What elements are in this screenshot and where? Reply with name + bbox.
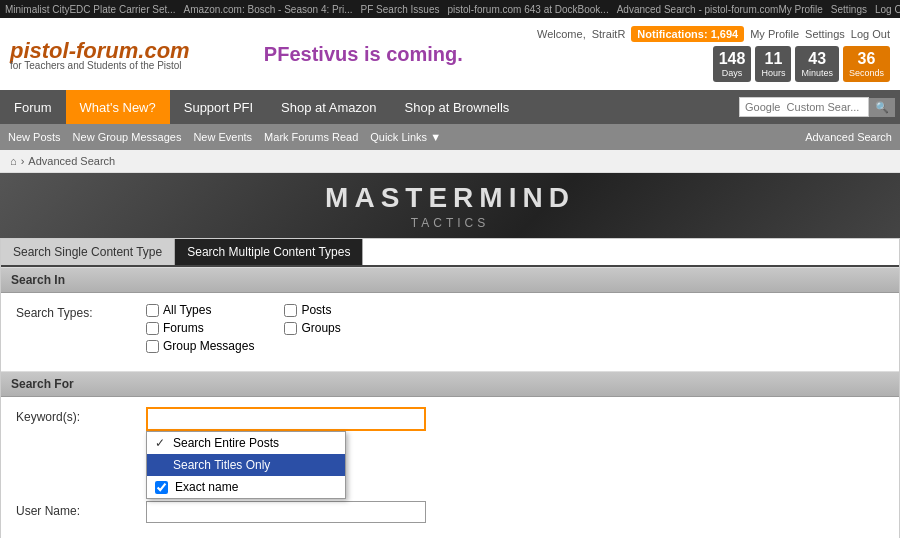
checkbox-posts-input[interactable] [146, 322, 159, 335]
countdown-minutes-label: Minutes [801, 68, 833, 78]
nav-search-button[interactable]: 🔍 [869, 98, 895, 117]
username-input[interactable] [146, 501, 426, 523]
nav-search-input[interactable] [739, 97, 869, 117]
breadcrumb: ⌂ › Advanced Search [0, 150, 900, 173]
search-types-row: Search Types: All Types Forums Group Mes… [16, 303, 884, 353]
checkbox-forums-input[interactable] [284, 304, 297, 317]
topbar-link-1[interactable]: Minimalist CityEDC Plate Carrier Set... [5, 4, 176, 15]
main-nav: Forum What's New? Support PFI Shop at Am… [0, 90, 900, 124]
countdown-hours-num: 11 [761, 50, 785, 68]
welcome-row: Welcome, StraitR Notifications: 1,694 My… [537, 26, 890, 42]
nav-brownells[interactable]: Shop at Brownells [391, 90, 524, 124]
countdown-days-label: Days [719, 68, 746, 78]
checkbox-groups-input[interactable] [284, 322, 297, 335]
countdown-seconds-num: 36 [849, 50, 884, 68]
content-area: Search Single Content Type Search Multip… [0, 238, 900, 538]
keyword-control: ✓ Search Entire Posts Search Titles Only… [146, 407, 884, 431]
checkbox-groups[interactable]: Groups [284, 321, 340, 335]
checkbox-group-messages[interactable]: Group Messages [146, 339, 254, 353]
subnav-new-group-messages[interactable]: New Group Messages [73, 131, 182, 143]
topbar-link-2[interactable]: Amazon.com: Bosch - Season 4: Pri... [184, 4, 353, 15]
banner-sub: TACTICS [325, 216, 575, 230]
keyword-dropdown: ✓ Search Entire Posts Search Titles Only… [146, 431, 346, 499]
countdown-seconds: 36 Seconds [843, 46, 890, 82]
dropdown-exact-name[interactable]: Exact name [147, 476, 345, 498]
dropdown-exact-label: Exact name [175, 480, 238, 494]
notifications-badge[interactable]: Notifications: 1,694 [631, 26, 744, 42]
logo-subtitle: for Teachers and Students of the Pistol [10, 60, 190, 71]
countdown-days: 148 Days [713, 46, 752, 82]
subnav-quick-links[interactable]: Quick Links ▼ [370, 131, 441, 143]
topbar-link-3[interactable]: PF Search Issues [361, 4, 440, 15]
topbar-logout[interactable]: Log Out [875, 4, 900, 15]
search-for-header: Search For [1, 371, 899, 397]
search-in-header: Search In [1, 267, 899, 293]
checkbox-posts[interactable]: Forums [146, 321, 254, 335]
countdown: 148 Days 11 Hours 43 Minutes 36 Seconds [713, 46, 890, 82]
dropdown-exact-checkbox[interactable] [155, 481, 168, 494]
breadcrumb-home-icon[interactable]: ⌂ [10, 155, 17, 167]
checkbox-forums-label: Posts [301, 303, 331, 317]
checkbox-groups-label: Groups [301, 321, 340, 335]
nav-whats-new[interactable]: What's New? [66, 90, 170, 124]
tab-multiple-content[interactable]: Search Multiple Content Types [175, 239, 363, 265]
checkbox-forums[interactable]: Posts [284, 303, 340, 317]
breadcrumb-page: Advanced Search [28, 155, 115, 167]
subnav-advanced-search[interactable]: Advanced Search [805, 131, 892, 143]
topbar-link-4[interactable]: pistol-forum.com 643 at DockBook... [447, 4, 608, 15]
subnav-mark-forums-read[interactable]: Mark Forums Read [264, 131, 358, 143]
checkbox-group-messages-label: Group Messages [163, 339, 254, 353]
top-bar: Minimalist CityEDC Plate Carrier Set... … [0, 0, 900, 18]
header: pistol-forum.com for Teachers and Studen… [0, 18, 900, 90]
dropdown-titles-label: Search Titles Only [173, 458, 270, 472]
keyword-input[interactable] [146, 407, 426, 431]
banner: MASTERMIND TACTICS [0, 173, 900, 238]
header-right: Welcome, StraitR Notifications: 1,694 My… [537, 26, 890, 82]
dropdown-entire-posts[interactable]: ✓ Search Entire Posts [147, 432, 345, 454]
username-label: User Name: [16, 501, 146, 518]
tab-single-content[interactable]: Search Single Content Type [1, 239, 175, 265]
subnav-new-posts[interactable]: New Posts [8, 131, 61, 143]
checkbox-all-types-label: All Types [163, 303, 211, 317]
search-in-section: Search Types: All Types Forums Group Mes… [1, 293, 899, 371]
my-profile-link[interactable]: My Profile [750, 28, 799, 40]
checkbox-all-types[interactable]: All Types [146, 303, 254, 317]
nav-support[interactable]: Support PFI [170, 90, 267, 124]
checkbox-col-1: All Types Forums Group Messages [146, 303, 254, 353]
dropdown-check-entire: ✓ [155, 436, 169, 450]
banner-title: MASTERMIND [325, 182, 575, 214]
topbar-my-profile[interactable]: My Profile [778, 4, 822, 15]
top-bar-right: My Profile Settings Log Out [778, 4, 900, 15]
dropdown-entire-label: Search Entire Posts [173, 436, 279, 450]
checkbox-group-messages-input[interactable] [146, 340, 159, 353]
dropdown-titles-only[interactable]: Search Titles Only [147, 454, 345, 476]
checkbox-posts-label: Forums [163, 321, 204, 335]
keyword-row: Keyword(s): ✓ Search Entire Posts Search… [16, 407, 884, 431]
username-row: User Name: [16, 501, 884, 523]
nav-forum[interactable]: Forum [0, 90, 66, 124]
username-text: StraitR [592, 28, 626, 40]
keyword-label: Keyword(s): [16, 407, 146, 424]
banner-inner: MASTERMIND TACTICS [325, 182, 575, 230]
countdown-seconds-label: Seconds [849, 68, 884, 78]
countdown-hours: 11 Hours [755, 46, 791, 82]
countdown-hours-label: Hours [761, 68, 785, 78]
checkbox-col-2: Posts Groups [284, 303, 340, 353]
logout-link[interactable]: Log Out [851, 28, 890, 40]
top-bar-links: Minimalist CityEDC Plate Carrier Set... … [5, 4, 778, 15]
logo-block: pistol-forum.com for Teachers and Studen… [10, 38, 190, 71]
settings-link[interactable]: Settings [805, 28, 845, 40]
sub-nav: New Posts New Group Messages New Events … [0, 124, 900, 150]
topbar-link-5[interactable]: Advanced Search - pistol-forum.com [617, 4, 779, 15]
dropdown-check-titles [155, 458, 169, 472]
pfestivus-text: PFestivus is coming. [264, 43, 463, 66]
subnav-new-events[interactable]: New Events [193, 131, 252, 143]
nav-amazon[interactable]: Shop at Amazon [267, 90, 390, 124]
countdown-minutes-num: 43 [801, 50, 833, 68]
welcome-text: Welcome, [537, 28, 586, 40]
search-tabs: Search Single Content Type Search Multip… [1, 239, 899, 267]
nav-search-box: 🔍 [739, 97, 900, 117]
countdown-days-num: 148 [719, 50, 746, 68]
checkbox-all-types-input[interactable] [146, 304, 159, 317]
topbar-settings[interactable]: Settings [831, 4, 867, 15]
